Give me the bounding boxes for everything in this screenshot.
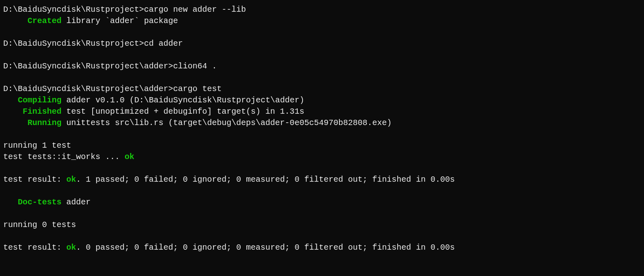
result-details: . 1 passed; 0 failed; 0 ignored; 0 measu…	[76, 175, 455, 184]
status-details: library `adder` package	[61, 16, 178, 25]
test-line: test tests::it_works ... ok	[3, 151, 641, 163]
prompt-line: D:\BaiduSyncdisk\Rustproject>cargo new a…	[3, 4, 641, 15]
terminal-output[interactable]: D:\BaiduSyncdisk\Rustproject>cargo new a…	[3, 4, 641, 253]
prompt-path: D:\BaiduSyncdisk\Rustproject>	[3, 5, 144, 14]
blank-line	[3, 185, 641, 197]
status-line: Running unittests src\lib.rs (target\deb…	[3, 117, 641, 129]
prompt-path: D:\BaiduSyncdisk\Rustproject\adder>	[3, 84, 173, 93]
prompt-path: D:\BaiduSyncdisk\Rustproject>	[3, 39, 144, 48]
status-label: Compiling	[18, 96, 61, 105]
output-line: running 1 test	[3, 140, 641, 151]
result-status: ok	[66, 243, 76, 252]
status-line: Created library `adder` package	[3, 15, 641, 27]
blank-line	[3, 208, 641, 219]
result-status: ok	[66, 175, 76, 184]
command-text: cargo test	[173, 84, 222, 93]
test-result: ok	[125, 152, 134, 161]
status-details: test [unoptimized + debuginfo] target(s)…	[61, 107, 304, 116]
prompt-path: D:\BaiduSyncdisk\Rustproject\adder>	[3, 62, 173, 71]
prompt-line: D:\BaiduSyncdisk\Rustproject\adder>cargo…	[3, 83, 641, 95]
blank-line	[3, 129, 641, 140]
status-details: unittests src\lib.rs (target\debug\deps\…	[61, 118, 392, 127]
result-prefix: test result:	[3, 243, 66, 252]
prompt-line: D:\BaiduSyncdisk\Rustproject\adder>clion…	[3, 61, 641, 72]
prompt-line: D:\BaiduSyncdisk\Rustproject>cd adder	[3, 38, 641, 49]
result-summary-line: test result: ok. 1 passed; 0 failed; 0 i…	[3, 174, 641, 185]
status-details: adder v0.1.0 (D:\BaiduSyncdisk\Rustproje…	[61, 96, 304, 105]
blank-line	[3, 231, 641, 242]
status-line: Doc-tests adder	[3, 197, 641, 208]
command-text: cd adder	[144, 39, 183, 48]
blank-line	[3, 72, 641, 83]
output-line: running 0 tests	[3, 219, 641, 231]
status-label: Finished	[23, 107, 61, 116]
command-text: clion64 .	[173, 62, 217, 71]
status-line: Finished test [unoptimized + debuginfo] …	[3, 106, 641, 117]
test-name: test tests::it_works ...	[3, 152, 125, 161]
status-label: Doc-tests	[18, 197, 61, 207]
result-details: . 0 passed; 0 failed; 0 ignored; 0 measu…	[76, 243, 455, 252]
command-text: cargo new adder --lib	[144, 5, 246, 14]
blank-line	[3, 163, 641, 174]
result-prefix: test result:	[3, 175, 66, 184]
status-label: Created	[28, 16, 61, 25]
result-summary-line: test result: ok. 0 passed; 0 failed; 0 i…	[3, 242, 641, 253]
status-details: adder	[61, 197, 91, 207]
status-label: Running	[28, 118, 61, 127]
blank-line	[3, 49, 641, 61]
status-line: Compiling adder v0.1.0 (D:\BaiduSyncdisk…	[3, 95, 641, 106]
blank-line	[3, 27, 641, 38]
